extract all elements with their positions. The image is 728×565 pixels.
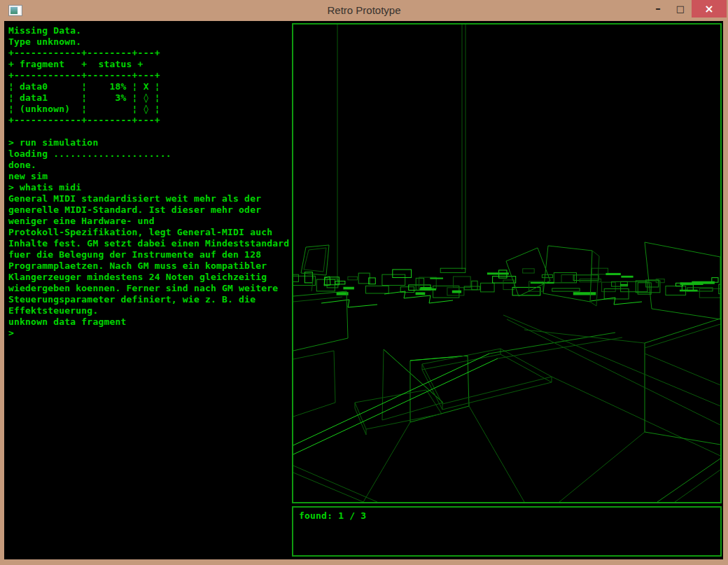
horizon-structures [293,268,720,299]
maximize-icon: □ [676,4,685,14]
wireframe-viewport[interactable] [292,23,722,503]
sky-lines [337,25,465,281]
terminal-output[interactable]: Missing Data. Type unknown. +-----------… [8,25,289,339]
window-title: Retro Prototype [0,0,728,21]
close-icon: × [704,2,713,15]
status-panel: found: 1 / 3 [292,506,722,557]
window-controls: – □ × [647,0,727,18]
title-bar[interactable]: Retro Prototype – □ × [0,0,728,21]
client-area: Missing Data. Type unknown. +-----------… [4,21,723,559]
maximize-button[interactable]: □ [669,0,692,18]
minimize-icon: – [655,2,661,15]
app-window: Retro Prototype – □ × Missing Data. Type… [0,0,728,565]
wireframe-scene [293,25,720,502]
close-button[interactable]: × [692,0,727,18]
minimize-button[interactable]: – [647,0,669,18]
found-counter: found: 1 / 3 [293,508,720,524]
